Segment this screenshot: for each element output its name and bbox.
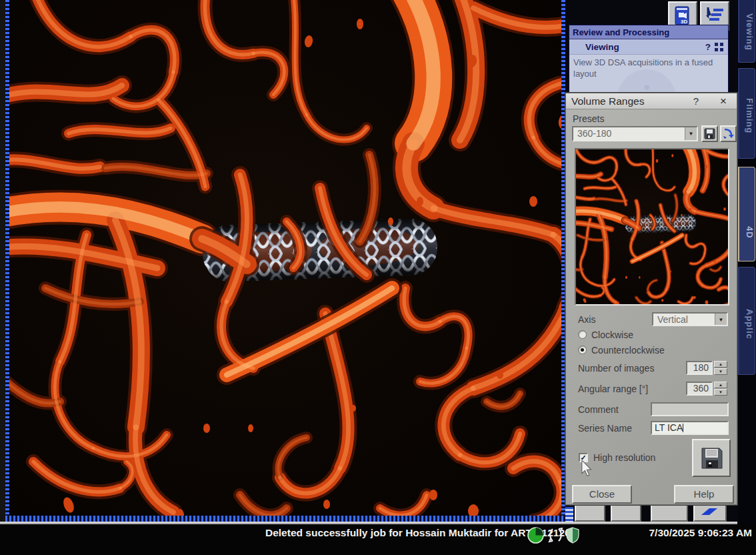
- panel-subtitle-row: Viewing ?: [569, 39, 728, 55]
- review-processing-panel: Review and Processing Viewing ? i View 3…: [569, 25, 729, 93]
- help-icon[interactable]: ?: [705, 39, 711, 55]
- save-run-button[interactable]: [692, 439, 731, 477]
- comment-field[interactable]: [651, 402, 729, 416]
- radio-counterclockwise[interactable]: [578, 346, 587, 354]
- toolbar-button-2[interactable]: [611, 504, 641, 522]
- rotation-preview-image: [575, 148, 729, 306]
- status-bar: Deleted successfully job for Hossain Muk…: [0, 524, 756, 555]
- svg-text:3D: 3D: [681, 19, 687, 25]
- presets-dropdown[interactable]: 360-180 ▼: [572, 126, 698, 141]
- spin-up-icon[interactable]: ▲: [714, 382, 727, 388]
- spin-down-icon[interactable]: ▼: [714, 368, 727, 375]
- vessel-render-main: [5, 0, 565, 522]
- number-of-images-field[interactable]: 180: [686, 361, 713, 375]
- apply-preset-icon: [723, 128, 734, 139]
- radio-counterclockwise-label: Counterclockwise: [591, 345, 665, 356]
- angular-range-stepper[interactable]: ▲ ▼: [714, 382, 727, 396]
- spin-down-icon[interactable]: ▼: [714, 389, 727, 396]
- 3d-volume-viewer-icon: 3D: [672, 5, 693, 27]
- mouse-pointer-icon: [581, 460, 593, 478]
- comment-label: Comment: [578, 404, 619, 415]
- angular-range-label: Angular range [°]: [578, 384, 648, 394]
- floppy-disk-icon: [704, 128, 715, 139]
- presets-value: 360-180: [577, 127, 683, 140]
- dialog-help-icon[interactable]: ?: [690, 93, 702, 109]
- series-name-field[interactable]: LT ICA: [651, 421, 729, 435]
- axis-label: Axis: [578, 314, 595, 325]
- task-tab-column: Viewing Filming 4D Applic: [737, 0, 756, 524]
- tab-applications[interactable]: Applic: [738, 267, 755, 375]
- number-of-images-label: Number of images: [578, 363, 654, 374]
- angular-range-field[interactable]: 360: [686, 382, 713, 396]
- chevron-down-icon[interactable]: ▼: [685, 127, 697, 140]
- toolbar-fragment-icon: [565, 507, 573, 522]
- radio-clockwise-label: Clockwise: [591, 330, 633, 340]
- tab-filming[interactable]: Filming: [738, 68, 755, 159]
- toolbar-button-1[interactable]: [575, 504, 605, 522]
- viewport-frame-line: [0, 522, 737, 524]
- tab-viewing[interactable]: Viewing: [738, 0, 755, 63]
- info-watermark-icon: i: [617, 69, 676, 93]
- selection-border-bottom: [5, 516, 565, 522]
- panel-title: Review and Processing: [569, 25, 728, 39]
- panel-description-area: i View 3D DSA acquisitions in a fused la…: [569, 55, 728, 93]
- workstation-screen: 3D Review and Processing Viewing ? i Vie…: [0, 0, 756, 555]
- selection-border-left: [5, 0, 9, 522]
- tab-4d[interactable]: 4D: [738, 167, 755, 261]
- job-progress-pie-icon: [527, 526, 545, 544]
- dialog-close-icon[interactable]: ×: [717, 93, 730, 109]
- chevron-down-icon[interactable]: ▼: [715, 314, 727, 325]
- high-resolution-label: High resolution: [593, 452, 655, 463]
- dialog-titlebar[interactable]: Volume Ranges ? ×: [566, 93, 737, 109]
- text-caret: [683, 424, 683, 432]
- axis-dropdown[interactable]: Vertical ▼: [652, 312, 728, 326]
- spin-up-icon[interactable]: ▲: [714, 361, 727, 368]
- series-name-label: Series Name: [578, 423, 632, 434]
- panel-subtitle: Viewing: [585, 42, 619, 52]
- help-button[interactable]: Help: [674, 485, 734, 504]
- 3d-dsa-viewport[interactable]: [5, 0, 565, 522]
- floppy-disk-icon: [701, 447, 723, 470]
- job-queue-icon: [704, 5, 725, 27]
- toolbar-button-3[interactable]: [651, 504, 688, 522]
- presets-label: Presets: [573, 113, 604, 124]
- toolbar-button-4[interactable]: [693, 504, 727, 522]
- number-of-images-stepper[interactable]: ▲ ▼: [714, 361, 727, 375]
- security-shield-icon: [566, 527, 579, 544]
- dialog-title: Volume Ranges: [571, 95, 644, 107]
- status-timestamp: 7/30/2025 9:06:23 AM: [649, 527, 752, 539]
- series-name-value: LT ICA: [655, 422, 683, 433]
- vessel-render-thumbnail: [576, 149, 728, 304]
- close-button[interactable]: Close: [572, 485, 632, 504]
- radio-clockwise[interactable]: [578, 330, 587, 339]
- layout-grid-icon[interactable]: [715, 43, 723, 51]
- axis-value: Vertical: [657, 314, 713, 326]
- load-preset-button[interactable]: [720, 125, 737, 142]
- save-preset-button[interactable]: [701, 125, 718, 142]
- screen-edge: [0, 0, 5, 522]
- volume-ranges-dialog: Volume Ranges ? × Presets 360-180 ▼: [565, 93, 737, 505]
- data-transfer-icon: [547, 528, 564, 544]
